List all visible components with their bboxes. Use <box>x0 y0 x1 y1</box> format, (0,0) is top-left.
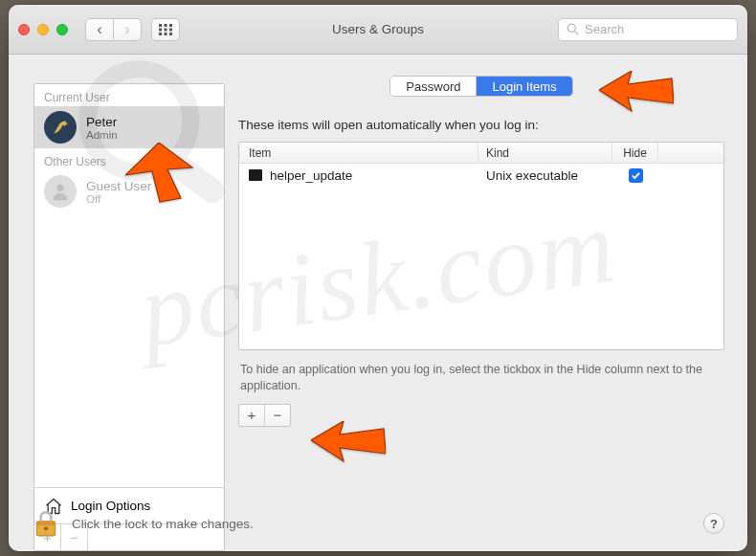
bird-icon <box>48 115 73 140</box>
search-field[interactable] <box>558 18 738 41</box>
hide-checkbox[interactable] <box>629 168 643 183</box>
svg-rect-13 <box>36 522 55 525</box>
check-icon <box>631 170 641 181</box>
table-row[interactable]: helper_update Unix executable <box>239 164 723 187</box>
tab-password[interactable]: Password <box>390 77 477 96</box>
svg-rect-7 <box>165 33 167 35</box>
forward-button[interactable]: › <box>113 18 142 41</box>
tab-segmented-control: Password Login Items <box>389 76 572 97</box>
help-button[interactable]: ? <box>703 513 724 534</box>
traffic-lights <box>18 24 68 35</box>
svg-rect-8 <box>169 33 172 35</box>
svg-rect-3 <box>159 28 162 31</box>
sidebar-wrap: Current User Peter Admin Other Users <box>9 55 225 551</box>
login-items-table: Item Kind Hide helper_update Unix execut… <box>238 142 724 350</box>
remove-item-button[interactable]: − <box>265 405 290 426</box>
user-name: Guest User <box>86 179 151 193</box>
minimize-icon[interactable] <box>37 24 49 35</box>
tab-login-items[interactable]: Login Items <box>477 77 571 96</box>
close-icon[interactable] <box>18 24 30 35</box>
cell-hide <box>612 164 658 187</box>
svg-rect-0 <box>159 24 162 27</box>
sidebar-user-peter[interactable]: Peter Admin <box>34 106 224 148</box>
svg-point-9 <box>567 24 575 32</box>
table-header: Item Kind Hide <box>239 143 723 164</box>
section-current-user: Current User <box>34 84 224 106</box>
hide-hint: To hide an application when you log in, … <box>240 362 723 394</box>
user-name: Peter <box>86 115 118 129</box>
lock-row: Click the lock to make changes. ? <box>33 509 724 538</box>
avatar <box>44 111 77 144</box>
preferences-window: ‹ › Users & Groups Current User Peter <box>9 5 747 551</box>
nav-buttons: ‹ › <box>85 18 142 41</box>
sidebar-user-guest[interactable]: Guest User Off <box>34 170 224 212</box>
grid-icon <box>159 24 172 35</box>
svg-rect-4 <box>165 28 167 31</box>
main-panel: Password Login Items These items will op… <box>225 55 747 551</box>
col-hide[interactable]: Hide <box>612 143 658 163</box>
lock-icon[interactable] <box>33 509 58 538</box>
search-icon <box>567 23 579 35</box>
users-sidebar: Current User Peter Admin Other Users <box>33 83 225 551</box>
cell-item: helper_update <box>239 164 478 187</box>
lock-text: Click the lock to make changes. <box>72 517 690 531</box>
add-item-button[interactable]: + <box>239 405 265 426</box>
avatar <box>44 175 77 208</box>
show-all-button[interactable] <box>151 18 180 41</box>
section-other-users: Other Users <box>34 148 224 170</box>
item-name: helper_update <box>270 168 352 183</box>
user-role: Admin <box>86 129 118 141</box>
back-button[interactable]: ‹ <box>85 18 114 41</box>
user-info: Guest User Off <box>86 179 151 205</box>
col-kind[interactable]: Kind <box>478 143 612 163</box>
svg-rect-5 <box>169 28 172 31</box>
user-info: Peter Admin <box>86 115 118 141</box>
window-body: Current User Peter Admin Other Users <box>9 55 747 551</box>
user-role: Off <box>86 193 151 205</box>
maximize-icon[interactable] <box>56 24 68 35</box>
svg-rect-1 <box>165 24 167 27</box>
svg-rect-6 <box>159 33 162 35</box>
svg-point-11 <box>56 185 63 191</box>
svg-line-10 <box>575 32 579 35</box>
login-items-add-remove: + − <box>238 404 291 427</box>
terminal-icon <box>249 169 262 181</box>
window-title: Users & Groups <box>332 22 424 36</box>
svg-rect-2 <box>169 24 172 27</box>
col-item[interactable]: Item <box>239 143 478 163</box>
cell-kind: Unix executable <box>478 164 612 187</box>
search-input[interactable] <box>585 22 729 36</box>
login-items-heading: These items will open automatically when… <box>238 118 724 132</box>
person-icon <box>50 181 71 202</box>
titlebar: ‹ › Users & Groups <box>9 5 747 55</box>
svg-point-14 <box>44 526 48 530</box>
